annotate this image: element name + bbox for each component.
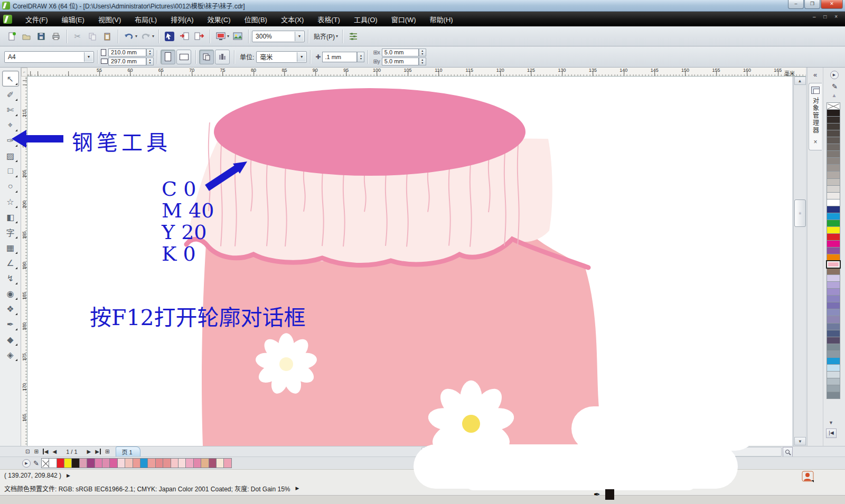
workspace-color-swatch-5[interactable] — [827, 137, 840, 144]
menu-item-7[interactable]: 文本(X) — [274, 12, 311, 26]
workspace-color-swatch-8[interactable] — [827, 157, 840, 165]
workspace-color-swatch-1[interactable] — [827, 109, 840, 117]
redo-button[interactable] — [138, 29, 153, 44]
nudge-offset-field[interactable]: .1 mm — [322, 52, 357, 62]
document-color-swatch-13[interactable] — [147, 458, 155, 468]
document-color-swatch-5[interactable] — [87, 458, 95, 468]
last-page-icon[interactable]: ▶ — [95, 449, 101, 454]
status-expand-icon[interactable]: ▶ — [67, 473, 70, 478]
workspace-color-swatch-20[interactable] — [827, 240, 840, 248]
document-color-swatch-22[interactable] — [216, 458, 224, 468]
workspace-color-swatch-14[interactable] — [827, 199, 840, 206]
workspace-color-swatch-21[interactable] — [827, 247, 840, 254]
outline-pen-tool[interactable]: ✒ — [3, 317, 18, 331]
freehand-pen-tool[interactable]: ✑ — [3, 133, 18, 148]
save-button[interactable] — [34, 29, 49, 44]
document-color-swatch-7[interactable] — [102, 458, 110, 468]
crop-tool[interactable]: ✄ — [3, 102, 18, 117]
preview-dropdown-arrow[interactable]: ▾ — [227, 34, 229, 39]
docker-collapse-icon[interactable]: « — [808, 71, 823, 79]
add-page-end-icon[interactable]: ⊞ — [105, 449, 109, 454]
view-options-button[interactable] — [346, 29, 361, 44]
units-combo[interactable]: 毫米▾ — [256, 51, 307, 63]
document-color-swatch-21[interactable] — [209, 458, 217, 468]
duplicate-x-spinner[interactable]: ▴▾ — [419, 49, 426, 56]
workspace-color-swatch-0[interactable] — [827, 102, 840, 110]
effects-tool[interactable]: ◉ — [3, 286, 18, 301]
duplicate-y-field[interactable]: 5.0 mm — [382, 58, 419, 65]
dimension-tool[interactable]: ∠ — [3, 255, 18, 270]
workspace-color-swatch-25[interactable] — [827, 274, 840, 282]
next-page-icon[interactable]: ▶ — [87, 449, 91, 454]
current-page-button[interactable] — [215, 50, 230, 64]
workspace-color-swatch-38[interactable] — [827, 364, 840, 372]
export-button[interactable] — [192, 29, 206, 44]
workspace-color-swatch-24[interactable] — [827, 268, 840, 275]
no-color-swatch[interactable] — [41, 458, 49, 468]
workspace-color-swatch-23[interactable] — [827, 261, 840, 268]
document-color-swatch-9[interactable] — [117, 458, 125, 468]
undo-dropdown-arrow[interactable]: ▾ — [135, 34, 137, 39]
nudge-spinner[interactable]: ▴▾ — [357, 52, 364, 62]
menu-item-5[interactable]: 效果(C) — [201, 12, 238, 26]
import-button[interactable] — [177, 29, 192, 44]
vertical-scrollbar[interactable]: ▲ ▼ — [793, 77, 806, 446]
docker-tab-object-manager[interactable]: 对象管理器 × — [809, 83, 822, 150]
workspace-color-swatch-3[interactable] — [827, 123, 840, 130]
document-palette-eyedropper-icon[interactable]: ✐ — [32, 460, 40, 466]
menu-item-4[interactable]: 排列(A) — [164, 12, 200, 26]
new-document-button[interactable] — [4, 29, 19, 44]
menu-item-6[interactable]: 位图(B) — [238, 12, 274, 26]
print-button[interactable] — [49, 29, 63, 44]
workspace-color-swatch-36[interactable] — [827, 350, 840, 358]
document-color-swatch-18[interactable] — [185, 458, 193, 468]
minimize-button[interactable]: – — [788, 0, 804, 9]
cut-icon[interactable]: ✂ — [70, 29, 85, 44]
scroll-down-arrow[interactable]: ▼ — [794, 437, 806, 445]
duplicate-y-spinner[interactable]: ▴▾ — [419, 58, 426, 65]
document-color-swatch-8[interactable] — [109, 458, 117, 468]
workspace-color-swatch-9[interactable] — [827, 164, 840, 172]
menu-item-0[interactable]: 文件(F) — [18, 12, 55, 26]
menu-item-11[interactable]: 帮助(H) — [423, 12, 460, 26]
shape-tool[interactable]: ✐ — [3, 87, 18, 102]
navigator-magnifier-button[interactable] — [783, 447, 793, 457]
document-color-swatch-14[interactable] — [155, 458, 163, 468]
workspace-color-swatch-11[interactable] — [827, 178, 840, 186]
workspace-color-swatch-30[interactable] — [827, 309, 840, 316]
menu-item-9[interactable]: 工具(O) — [347, 12, 384, 26]
document-color-swatch-6[interactable] — [95, 458, 102, 468]
workspace-color-swatch-2[interactable] — [827, 116, 840, 123]
workspace-color-swatch-41[interactable] — [827, 385, 840, 392]
connector-tool[interactable]: ↯ — [3, 271, 18, 286]
workspace-color-swatch-17[interactable] — [827, 220, 840, 227]
workspace-color-swatch-18[interactable] — [827, 226, 840, 234]
document-color-swatch-3[interactable] — [71, 458, 79, 468]
add-page-start-icon[interactable]: ⊞ — [34, 449, 38, 454]
menu-item-1[interactable]: 编辑(E) — [55, 12, 91, 26]
document-color-swatch-12[interactable] — [140, 458, 148, 468]
application-launcher-button[interactable] — [162, 29, 177, 44]
document-color-swatch-16[interactable] — [171, 458, 179, 468]
workspace-color-swatch-27[interactable] — [827, 288, 840, 296]
palette-eyedropper-icon[interactable]: ✐ — [830, 75, 838, 97]
copy-icon[interactable] — [85, 29, 100, 44]
paste-icon[interactable] — [100, 29, 115, 44]
restore-button[interactable]: ❐ — [804, 0, 820, 9]
document-color-swatch-10[interactable] — [125, 458, 133, 468]
zoom-levels-combo[interactable]: 300%▾ — [252, 31, 305, 42]
menu-item-2[interactable]: 视图(V) — [91, 12, 128, 26]
portrait-button[interactable] — [161, 50, 175, 64]
polygon-tool[interactable]: ☆ — [3, 194, 18, 209]
workspace-color-swatch-22[interactable] — [827, 254, 840, 261]
vertical-ruler[interactable]: 215210205200195190185180175170165 — [21, 77, 27, 446]
workspace-color-swatch-33[interactable] — [827, 330, 840, 337]
workspace-color-swatch-39[interactable] — [827, 371, 840, 378]
welcome-screen-button[interactable] — [230, 29, 245, 44]
document-color-swatch-19[interactable] — [193, 458, 201, 468]
document-color-swatch-23[interactable] — [223, 458, 231, 468]
menu-item-8[interactable]: 表格(T) — [311, 12, 347, 26]
table-tool[interactable]: ▦ — [3, 240, 18, 255]
page-height-field[interactable]: 297.0 mm — [108, 58, 146, 65]
scroll-up-arrow[interactable]: ▲ — [794, 77, 806, 85]
